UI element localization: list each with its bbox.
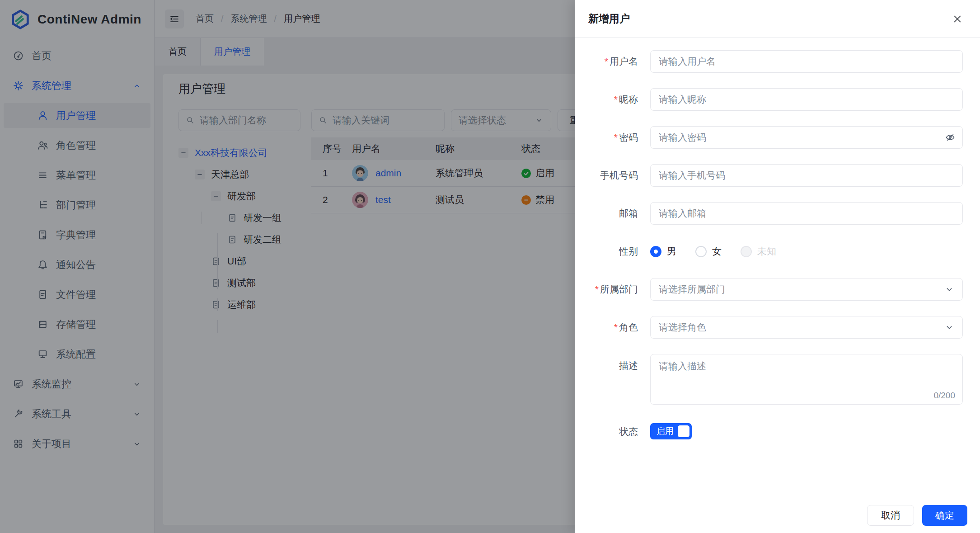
role-select[interactable]: 请选择角色 [650, 316, 963, 339]
close-icon [952, 13, 963, 25]
form-row-nickname: *昵称 [575, 88, 980, 111]
form-row-password: *密码 [575, 126, 980, 149]
char-counter: 0/200 [933, 391, 955, 401]
close-drawer-button[interactable] [948, 10, 966, 28]
form-row-username: *用户名 [575, 50, 980, 73]
form-row-email: 邮箱 [575, 202, 980, 225]
cancel-button[interactable]: 取消 [867, 505, 914, 526]
required-asterisk: * [614, 94, 618, 104]
required-asterisk: * [614, 322, 618, 332]
required-asterisk: * [614, 132, 618, 142]
required-asterisk: * [595, 284, 599, 294]
gender-radio-female[interactable]: 女 [695, 245, 722, 258]
description-textarea[interactable] [651, 354, 962, 390]
form-row-phone: 手机号码 [575, 164, 980, 187]
phone-field[interactable] [650, 164, 963, 187]
radio-disabled-icon [741, 246, 752, 257]
drawer-footer: 取消 确定 [575, 497, 980, 533]
required-asterisk: * [605, 56, 608, 66]
password-field[interactable] [650, 126, 963, 149]
chevron-down-icon [944, 284, 954, 294]
form-row-gender: 性别 男 女 未知 [575, 240, 980, 263]
status-switch[interactable]: 启用 [650, 423, 692, 439]
gender-radio-male[interactable]: 男 [650, 245, 676, 258]
drawer-form: *用户名 *昵称 *密码 手机号码 邮箱 [575, 38, 980, 496]
chevron-down-icon [944, 322, 954, 332]
form-row-department: *所属部门 请选择所属部门 [575, 278, 980, 301]
email-field[interactable] [650, 202, 963, 225]
radio-checked-icon [650, 246, 661, 257]
confirm-button[interactable]: 确定 [922, 505, 967, 526]
form-row-description: 描述 0/200 [575, 354, 980, 405]
nickname-field[interactable] [650, 88, 963, 111]
gender-radio-unknown: 未知 [741, 245, 776, 258]
app-window: ContiNew Admin 首页 系统管理 用户管理 角色管理 [0, 0, 980, 533]
drawer-title: 新增用户 [588, 12, 630, 26]
form-row-status: 状态 启用 [575, 420, 980, 439]
username-field[interactable] [650, 50, 963, 73]
add-user-drawer: 新增用户 *用户名 *昵称 *密码 手机号码 [575, 0, 980, 533]
drawer-header: 新增用户 [575, 0, 980, 38]
form-row-role: *角色 请选择角色 [575, 316, 980, 339]
eye-invisible-icon[interactable] [945, 132, 956, 143]
switch-knob [678, 425, 689, 437]
radio-unchecked-icon [695, 246, 707, 257]
department-select[interactable]: 请选择所属部门 [650, 278, 963, 301]
